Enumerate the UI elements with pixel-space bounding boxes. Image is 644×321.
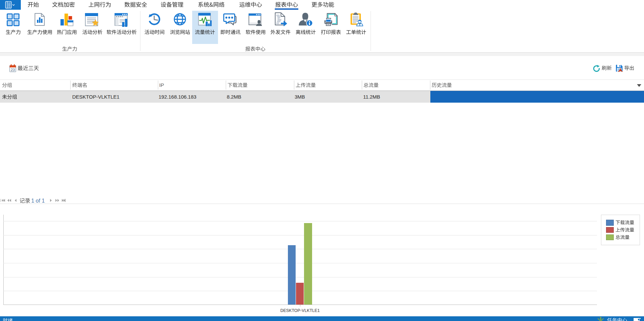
svg-text:23: 23 xyxy=(11,68,15,72)
